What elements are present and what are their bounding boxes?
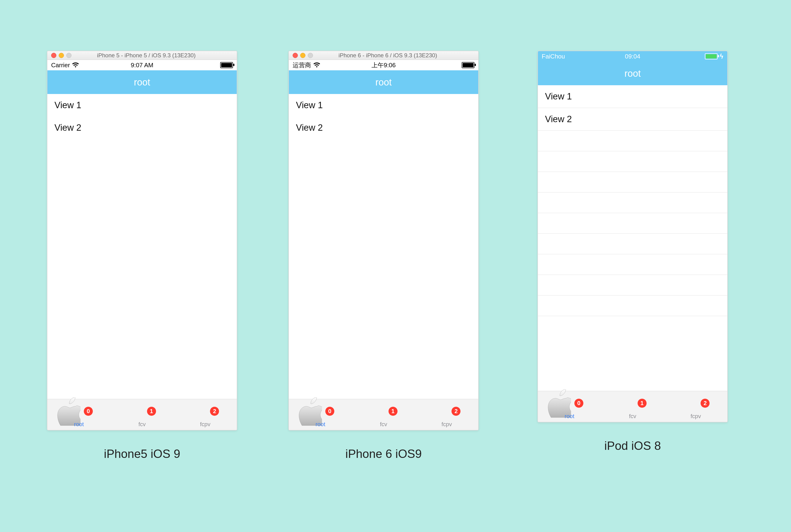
tab-label: fcpv [200, 421, 211, 428]
tab-badge: 1 [638, 399, 647, 408]
table-row[interactable]: View 2 [289, 116, 478, 139]
table-row[interactable]: View 2 [538, 108, 727, 131]
traffic-lights[interactable] [51, 53, 72, 58]
empty-row [538, 296, 727, 316]
tab-fcpv[interactable]: 2 fcpv [415, 421, 478, 428]
mac-titlebar: iPhone 5 - iPhone 5 / iOS 9.3 (13E230) [47, 51, 237, 60]
nav-bar: root [538, 61, 727, 85]
tab-bar: 0 root 1 fcv 2 fcpv [289, 399, 478, 430]
tab-label: fcv [629, 413, 636, 420]
status-time: 9:07 AM [47, 61, 237, 69]
empty-row [538, 234, 727, 254]
tab-root[interactable]: 0 root [538, 413, 601, 420]
empty-row [538, 151, 727, 172]
tab-badge: 1 [147, 407, 156, 416]
tab-badge: 2 [451, 407, 461, 416]
tab-fcv[interactable]: 1 fcv [601, 413, 664, 420]
tab-fcv[interactable]: 1 fcv [111, 421, 174, 428]
tab-badge: 0 [574, 399, 583, 408]
empty-row [538, 213, 727, 234]
minimize-icon[interactable] [300, 53, 305, 58]
empty-row [538, 131, 727, 151]
window-title: iPhone 6 - iPhone 6 / iOS 9.3 (13E230) [315, 52, 475, 59]
close-icon[interactable] [293, 53, 298, 58]
table-row[interactable]: View 2 [47, 116, 237, 139]
tab-label: fcv [380, 421, 387, 428]
content-area: View 1View 2 [538, 85, 727, 391]
simulator-window-2: FaiChou 09:04 ϟ rootView 1View 2 0 root … [537, 51, 728, 422]
tab-fcpv[interactable]: 2 fcpv [174, 421, 237, 428]
simulator-window-0: iPhone 5 - iPhone 5 / iOS 9.3 (13E230) C… [47, 51, 237, 431]
tab-fcv[interactable]: 1 fcv [352, 421, 415, 428]
empty-row [538, 192, 727, 213]
tab-label: root [74, 421, 84, 428]
battery-icon [705, 53, 718, 59]
table-row[interactable]: View 1 [289, 94, 478, 116]
status-bar: FaiChou 09:04 ϟ [538, 51, 727, 61]
zoom-icon[interactable] [308, 53, 313, 58]
empty-row [538, 172, 727, 192]
tab-badge: 2 [210, 407, 219, 416]
tab-root[interactable]: 0 root [289, 421, 352, 428]
table-row[interactable]: View 1 [538, 85, 727, 108]
tab-bar: 0 root 1 fcv 2 fcpv [47, 399, 237, 430]
tab-label: fcpv [691, 413, 701, 420]
nav-bar: root [47, 70, 237, 94]
empty-row [538, 254, 727, 275]
tab-root[interactable]: 0 root [47, 421, 111, 428]
tab-badge: 0 [84, 407, 93, 416]
empty-row [538, 275, 727, 296]
device-caption: iPhone 6 iOS9 [345, 447, 422, 461]
tab-label: fcpv [442, 421, 452, 428]
status-time: 上午9:06 [289, 61, 478, 69]
status-bar: 运营商 上午9:06 [289, 60, 478, 70]
zoom-icon[interactable] [66, 53, 72, 58]
tab-fcpv[interactable]: 2 fcpv [664, 413, 727, 420]
content-area: View 1View 2 [289, 94, 478, 399]
window-title: iPhone 5 - iPhone 5 / iOS 9.3 (13E230) [74, 52, 233, 59]
status-bar: Carrier 9:07 AM [47, 60, 237, 70]
battery-icon [220, 62, 233, 68]
device-caption: iPhone5 iOS 9 [104, 447, 180, 461]
tab-label: root [565, 413, 574, 420]
nav-bar: root [289, 70, 478, 94]
tab-badge: 0 [325, 407, 334, 416]
nav-title: root [375, 77, 392, 88]
mac-titlebar: iPhone 6 - iPhone 6 / iOS 9.3 (13E230) [289, 51, 478, 60]
nav-title: root [624, 68, 641, 79]
tab-badge: 2 [700, 399, 710, 408]
device-caption: iPod iOS 8 [604, 439, 661, 453]
content-area: View 1View 2 [47, 94, 237, 399]
traffic-lights[interactable] [293, 53, 313, 58]
battery-icon [462, 62, 475, 68]
tab-label: root [315, 421, 325, 428]
table-row[interactable]: View 1 [47, 94, 237, 116]
tab-label: fcv [138, 421, 146, 428]
minimize-icon[interactable] [59, 53, 64, 58]
tab-bar: 0 root 1 fcv 2 fcpv [538, 391, 727, 422]
tab-badge: 1 [388, 407, 398, 416]
nav-title: root [134, 77, 150, 88]
simulator-window-1: iPhone 6 - iPhone 6 / iOS 9.3 (13E230) 运… [288, 51, 479, 431]
close-icon[interactable] [51, 53, 56, 58]
status-time: 09:04 [538, 53, 727, 60]
